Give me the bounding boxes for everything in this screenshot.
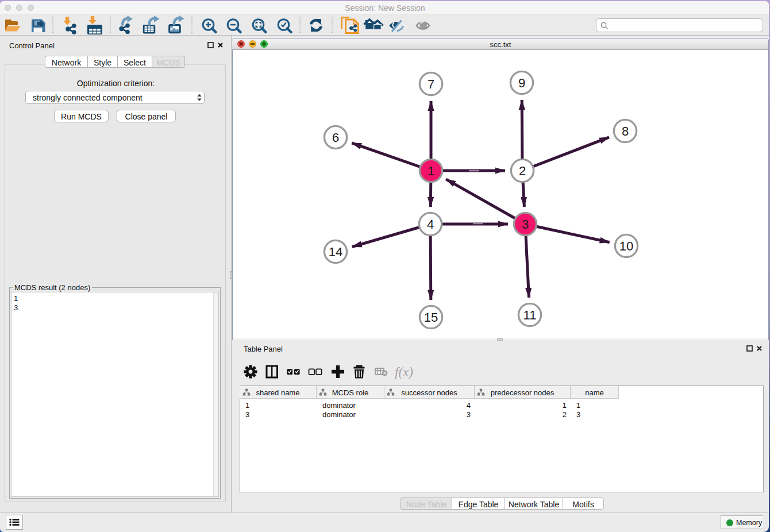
- svg-text:10: 10: [619, 239, 633, 253]
- svg-text:15: 15: [424, 310, 438, 325]
- svg-text:1: 1: [428, 164, 434, 178]
- svg-text:4: 4: [427, 217, 434, 232]
- svg-text:2: 2: [519, 164, 526, 178]
- svg-text:3: 3: [522, 217, 529, 232]
- svg-text:9: 9: [518, 76, 525, 90]
- svg-text:6: 6: [332, 130, 339, 145]
- svg-text:11: 11: [523, 308, 537, 322]
- svg-text:f(x): f(x): [395, 365, 413, 379]
- svg-text:14: 14: [329, 245, 342, 259]
- svg-text:7: 7: [428, 77, 434, 91]
- svg-text:8: 8: [622, 124, 629, 138]
